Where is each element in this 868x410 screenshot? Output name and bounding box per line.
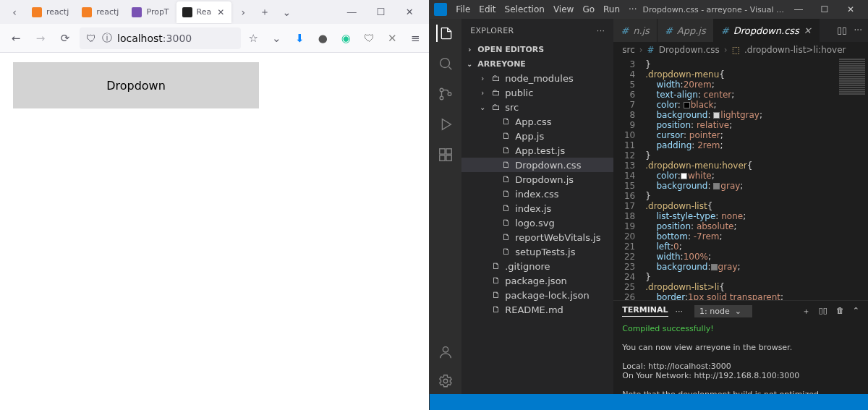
file-item[interactable]: 🗋index.js: [461, 201, 613, 215]
svg-rect-5: [446, 149, 451, 154]
ext-icon-1[interactable]: ◉: [338, 30, 354, 46]
page-content: Dropdown: [0, 53, 429, 410]
terminal-output[interactable]: Compiled successfully! You can now view …: [613, 321, 868, 394]
tab-label: reactj: [46, 7, 69, 17]
search-icon[interactable]: [437, 55, 454, 72]
project-root[interactable]: ⌄ARREYONE: [461, 56, 613, 71]
ext-icon-3[interactable]: ✕: [384, 30, 400, 46]
panel-more-icon[interactable]: ···: [676, 307, 684, 316]
breadcrumb[interactable]: src› #Dropdown.css› ⬚.dropdown-list>li:h…: [613, 42, 868, 58]
pocket-icon[interactable]: ⌄: [268, 30, 284, 46]
run-debug-icon[interactable]: [437, 116, 454, 133]
browser-toolbar: ← → ⟳ 🛡 ⓘ localhost:3000 ☆ ⌄ ⬇ ● ◉ 🛡 ✕ ≡: [0, 24, 429, 53]
panel-maximize-icon[interactable]: ⌃: [853, 306, 859, 317]
settings-icon[interactable]: [437, 372, 454, 390]
browser-window: ‹ reactjreactjPropTRea✕ › ＋ ⌄ ― ☐ ✕ ← → …: [0, 0, 430, 410]
folder-icon: 🗀: [490, 102, 502, 112]
minimap[interactable]: [836, 58, 868, 300]
favicon-icon: [82, 7, 92, 17]
tree-label: public: [505, 87, 533, 98]
file-item[interactable]: 🗋.gitignore: [461, 259, 613, 273]
vscode-maximize[interactable]: ☐: [812, 0, 838, 19]
browser-maximize[interactable]: ☐: [371, 3, 390, 22]
tree-label: logo.svg: [515, 218, 554, 229]
terminal-kill-icon[interactable]: 🗑: [836, 306, 844, 317]
close-icon[interactable]: ✕: [216, 7, 226, 17]
browser-tab[interactable]: Rea✕: [176, 1, 232, 23]
terminal-new-icon[interactable]: ＋: [802, 306, 810, 317]
terminal-tab[interactable]: TERMINAL: [622, 305, 668, 317]
account-icon[interactable]: [437, 343, 454, 361]
folder-item[interactable]: ›🗀node_modules: [461, 71, 613, 85]
browser-tab[interactable]: PropT: [126, 1, 174, 23]
file-icon: 🗋: [490, 290, 502, 300]
menu-item[interactable]: ···: [624, 4, 641, 14]
browser-tab[interactable]: reactj: [26, 1, 75, 23]
close-icon[interactable]: ✕: [804, 25, 812, 36]
nav-reload[interactable]: ⟳: [55, 28, 75, 48]
dropdown-button[interactable]: Dropdown: [13, 62, 259, 108]
code-editor[interactable]: 3456789101112131415161718192021222324252…: [613, 58, 868, 300]
svg-rect-6: [440, 155, 445, 161]
explorer-more-icon[interactable]: ···: [597, 26, 605, 35]
tab-new[interactable]: ＋: [255, 2, 275, 22]
menu-item[interactable]: Go: [578, 4, 599, 14]
ext-icon-2[interactable]: 🛡: [361, 30, 377, 46]
browser-close[interactable]: ✕: [400, 3, 419, 22]
nav-forward[interactable]: →: [30, 28, 51, 48]
file-item[interactable]: 🗋package.json: [461, 273, 613, 288]
menu-item[interactable]: Selection: [501, 4, 549, 14]
nav-back[interactable]: ←: [6, 28, 26, 48]
download-icon[interactable]: ⬇: [292, 30, 307, 46]
editor-more-icon[interactable]: ···: [854, 25, 862, 35]
extensions-icon[interactable]: [437, 146, 454, 163]
editor-tab[interactable]: #Dropdown.css✕: [714, 19, 820, 42]
status-bar[interactable]: [430, 394, 868, 410]
source-control-icon[interactable]: [437, 85, 454, 103]
editor-tab[interactable]: #n.js: [613, 19, 658, 42]
svg-rect-7: [446, 155, 451, 161]
file-item[interactable]: 🗋App.test.js: [461, 143, 613, 158]
file-item[interactable]: 🗋logo.svg: [461, 215, 613, 230]
vscode-close[interactable]: ✕: [838, 0, 864, 19]
file-item[interactable]: 🗋index.css: [461, 187, 613, 201]
tree-label: reportWebVitals.js: [515, 232, 600, 243]
folder-item[interactable]: ⌄🗀src: [461, 100, 613, 114]
tab-all[interactable]: ⌄: [276, 2, 297, 22]
file-item[interactable]: 🗋App.js: [461, 129, 613, 143]
address-bar[interactable]: 🛡 ⓘ localhost:3000: [80, 27, 241, 49]
split-editor-icon[interactable]: ▯▯: [837, 25, 846, 35]
file-item[interactable]: 🗋reportWebVitals.js: [461, 230, 613, 244]
editor-tab[interactable]: #App.js: [658, 19, 714, 42]
folder-item[interactable]: ›🗀public: [461, 85, 613, 100]
explorer-icon[interactable]: [436, 25, 454, 42]
menu-item[interactable]: View: [549, 4, 578, 14]
vscode-minimize[interactable]: ―: [786, 0, 812, 19]
tree-label: App.css: [515, 116, 551, 127]
favicon-icon: [32, 7, 42, 17]
file-item[interactable]: 🗋App.css: [461, 114, 613, 129]
file-item[interactable]: 🗋Dropdown.css: [461, 158, 613, 172]
file-item[interactable]: 🗋README.md: [461, 302, 613, 317]
file-item[interactable]: 🗋setupTests.js: [461, 244, 613, 259]
file-item[interactable]: 🗋Dropdown.js: [461, 172, 613, 187]
tracker-icon[interactable]: ●: [315, 30, 331, 46]
menu-item[interactable]: File: [451, 4, 475, 14]
terminal-split-icon[interactable]: ▯▯: [819, 306, 827, 317]
tab-nav-back[interactable]: ‹: [4, 2, 25, 22]
menu-item[interactable]: Edit: [475, 4, 500, 14]
tab-nav-forward[interactable]: ›: [233, 2, 253, 22]
panel: TERMINAL ··· 1: node ⌄ ＋ ▯▯ 🗑 ⌃ Compiled…: [613, 300, 868, 394]
tree-label: Dropdown.css: [515, 160, 581, 171]
menu-icon[interactable]: ≡: [407, 30, 423, 46]
bookmark-icon[interactable]: ☆: [245, 30, 261, 46]
file-item[interactable]: 🗋package-lock.json: [461, 288, 613, 302]
terminal-dropdown[interactable]: 1: node ⌄: [694, 305, 752, 317]
vscode-window: FileEditSelectionViewGoRun··· Dropdown.c…: [430, 0, 868, 410]
browser-minimize[interactable]: ―: [342, 3, 361, 22]
menu-item[interactable]: Run: [599, 4, 624, 14]
open-editors-section[interactable]: ›OPEN EDITORS: [461, 42, 613, 56]
activity-bar: [430, 19, 461, 394]
browser-tab[interactable]: reactj: [76, 1, 124, 23]
file-icon: 🗋: [501, 189, 512, 199]
